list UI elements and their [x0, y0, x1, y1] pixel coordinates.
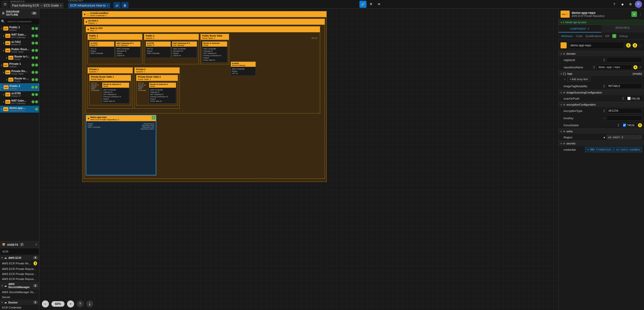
subtab-attributes[interactable]: Attributes	[561, 35, 573, 38]
component-name-input[interactable]	[569, 42, 624, 49]
frame-demo-app-repo[interactable]: ▾ demo-app-repo AWS ECR Private Reposito…	[86, 115, 156, 175]
download-button[interactable]: ⭳	[86, 300, 93, 307]
outline-item[interactable]: ▾awsPublic Rout...Route Table✓✓	[0, 47, 39, 54]
asset-item[interactable]: Secret	[0, 295, 39, 300]
sec-tags-hdr[interactable]: ▾ [ ] tags (empty)	[559, 71, 644, 76]
outline-item[interactable]: ▾awsPrivate 1Subnet✓✓	[0, 61, 39, 69]
sec-domain-hdr[interactable]: ▾ ≡ domain	[559, 51, 644, 56]
frame-private-1[interactable]: Private 1Subnet: 1 Private Route Table 1…	[87, 67, 133, 109]
check-icon: ✓	[35, 93, 38, 96]
card-si-7412[interactable]: si-7412Elastic IP VPC IDRegionAWS Creden…	[89, 41, 114, 58]
settings-button[interactable]: ⚙	[627, 1, 634, 8]
frame-region[interactable]: ▾ us-east-1 Region: 1 ▾	[84, 19, 325, 179]
outline-item[interactable]: ▾awsRoute to ...Route✓✓	[0, 76, 39, 83]
card-nat-2[interactable]: NAT Gateway IP 2NAT Gateway AWS Credenti…	[172, 41, 197, 58]
registryId-input[interactable]	[607, 57, 642, 63]
workspace-selector[interactable]: Paul Authoring ECR → ECS Guide ▾	[10, 3, 64, 8]
frame-prt-1[interactable]: Private Route Table 1Route Table: 1 VPC …	[89, 75, 131, 105]
changeset-selector[interactable]: ECR Infrastructure How-to ▾	[68, 3, 110, 8]
zoom-in-button[interactable]: +	[67, 300, 74, 307]
subtab-code[interactable]: Code	[576, 35, 582, 38]
forceDelete-checkbox[interactable]: TRUE	[621, 123, 636, 128]
asset-group-header[interactable]: ▾ ☁ Docker1	[0, 300, 39, 305]
outline-item[interactable]: ▾awssi-7412Elastic IP✓✓	[0, 40, 39, 47]
asset-item[interactable]: AWS ECR Private Repository Lifecycle ...	[0, 271, 39, 276]
card-rti-2[interactable]: Route to Internet 2Route AWS CredentialG…	[149, 82, 176, 104]
delete-changeset-button[interactable]: 🗑	[121, 2, 129, 9]
outline-search-input[interactable]	[6, 19, 44, 24]
help-button[interactable]: ?	[611, 1, 618, 8]
frame-sandbox[interactable]: ▾ ⬚ si-tools-sandbox AWS Credential: 1 ▾…	[82, 11, 327, 182]
frame-public-1[interactable]: Public 1Subnet: 2 si-7412Elastic IP VPC …	[87, 34, 142, 64]
subtab-diff[interactable]: Diff	[605, 35, 609, 38]
asset-item[interactable]: AWS ECR Private Repository Lifecycle ...	[0, 266, 39, 271]
asset-item[interactable]: AWS ECR Private Repository Policy	[0, 276, 39, 282]
asset-group-header[interactable]: ▾ ☁ AWS ECR4	[0, 255, 39, 260]
add-array-item-button[interactable]: + Add array item	[567, 77, 590, 81]
credential-value[interactable]: ➜ AWS Credential / si-tools-sandbox	[585, 147, 642, 152]
sec-imageScanning-hdr[interactable]: ▾ ≡ imageScanningConfiguration	[559, 90, 644, 95]
diagram-outline-title: DIAGRAM OUTLINE	[6, 10, 30, 16]
outline-item[interactable]: ▾awsdemo-app-...AWS ECR Priv...+	[0, 106, 39, 113]
outline-item[interactable]: ▾awsNAT Gate...NAT Gateway✓✓	[0, 98, 39, 106]
merge-button[interactable]: ⇄	[113, 2, 120, 9]
card-si-4918[interactable]: si-4918Internet Gateway AWS CredentialRe…	[231, 61, 256, 76]
card-nat-1[interactable]: NAT Gateway IP 1NAT Gateway AWS Credenti…	[115, 41, 141, 58]
frame-type-icon[interactable]: ⬚	[639, 44, 642, 47]
color-swatch[interactable]	[561, 42, 567, 48]
frame-subtitle: VPC: 7	[90, 29, 103, 32]
eye-view-button[interactable]: 👁	[376, 1, 383, 8]
tab-resource[interactable]: RESOURCE	[601, 25, 644, 33]
attr-region: Region ● us-east-1	[559, 134, 644, 141]
zoom-level[interactable]: 60%	[51, 301, 65, 307]
discord-button[interactable]: ◆	[619, 1, 626, 8]
asset-item[interactable]: ECR Credential	[0, 305, 39, 310]
user-avatar[interactable]: P	[635, 1, 642, 8]
scanOnPush-checkbox[interactable]: FALSE	[626, 96, 642, 101]
outline-item[interactable]: ▾awsPrivate Ro...Route Table✓✓	[0, 69, 39, 76]
sec-secrets-hdr[interactable]: ▾ ≡ secrets	[559, 141, 644, 146]
region-value[interactable]: us-east-1	[607, 135, 642, 140]
sec-encryption-hdr[interactable]: ▾ ≡ encryptionConfiguration	[559, 102, 644, 107]
tab-component[interactable]: COMPONENT ✓	[559, 25, 601, 33]
asset-item[interactable]: AWS SecretsManager Secret String	[0, 290, 39, 295]
repositoryName-input[interactable]	[597, 65, 632, 70]
lab-view-button[interactable]: ⚗	[367, 1, 375, 8]
outline-item[interactable]: ▾awsPublic 1Subnet✓✓	[0, 25, 39, 32]
frame-vpc[interactable]: ▾ How to VPC VPC: 7	[86, 26, 320, 113]
asset-item[interactable]: AWS ECR Private Repository1	[0, 260, 39, 266]
imageTagMutability-input[interactable]	[607, 83, 642, 89]
subtab-debug[interactable]: Debug	[619, 35, 627, 38]
frame-public-2-top[interactable]: Public 2Subnet: 2 si-5755Elastic IP VPC …	[144, 34, 199, 64]
help-icon[interactable]: ?	[35, 243, 37, 246]
asset-group-header[interactable]: ▾ ☁ AWS SecretsManager2	[0, 282, 39, 290]
outline-item[interactable]: ▾awsNAT Gate...NAT Gateway✓✓	[0, 32, 39, 40]
kmsKey-input[interactable]	[607, 115, 642, 121]
sec-extra-hdr[interactable]: ▾ ≡ extra	[559, 129, 644, 134]
more-icon[interactable]: ⋮	[639, 12, 642, 16]
canvas-area[interactable]: ▾ ⬚ si-tools-sandbox AWS Credential: 1 ▾…	[39, 9, 558, 310]
canvas-help-button[interactable]: ?	[77, 300, 84, 307]
app-logo[interactable]: ⎔	[2, 1, 8, 7]
assets-search-input[interactable]	[1, 249, 39, 254]
add-component-button[interactable]: +	[631, 11, 637, 17]
outline-item[interactable]: ▾awsPublic 2Subnet✓✓	[0, 83, 39, 91]
diagram-view-button[interactable]: 🔗	[359, 1, 366, 8]
frame-icon: ⬚	[86, 13, 89, 16]
outline-item[interactable]: ▾awssi-5755Elastic IP✓✓	[0, 91, 39, 98]
outline-item[interactable]: ▾awsRoute to I...Route✓✓	[0, 54, 39, 61]
subtab-qualifications[interactable]: Qualifications	[586, 35, 602, 38]
frame-prt-2[interactable]: Private Route Table 2Route Table: 1 VPC …	[136, 75, 178, 105]
frame-public-rt[interactable]: Public Route TableRoute Table: 1 Route t…	[200, 34, 229, 64]
encryptionType-input[interactable]	[607, 108, 642, 113]
chevron-down-icon: ▾	[88, 117, 89, 120]
add-icon[interactable]: +	[152, 116, 155, 119]
card-rti-1[interactable]: Route to Internet 1Route AWS CredentialG…	[102, 82, 129, 104]
card-si-5755[interactable]: si-5755Elastic IP VPC IDRegionAWS Creden…	[146, 41, 171, 58]
chevron-down-icon: ▾	[86, 20, 87, 24]
card-route-internet[interactable]: Route to InternetRoute AWS CredentialGat…	[202, 41, 227, 63]
frame-private-2[interactable]: Private 2Subnet: 1 Private Route Table 2…	[134, 67, 180, 109]
marker-4: 4	[633, 65, 637, 69]
zoom-out-button[interactable]: −	[42, 300, 49, 307]
diff-add-button[interactable]: +	[612, 34, 616, 38]
